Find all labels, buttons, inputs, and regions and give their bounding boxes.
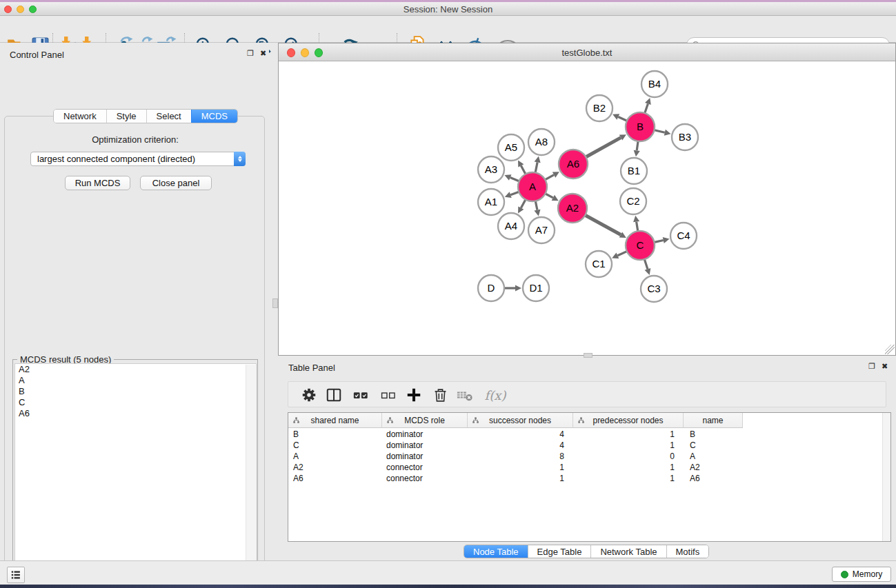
criterion-dropdown[interactable]: largest connected component (directed) <box>30 152 246 166</box>
close-table-panel-icon[interactable]: ✖ <box>882 363 888 370</box>
node-A3[interactable]: A3 <box>478 156 504 183</box>
cell[interactable]: 4 <box>468 440 573 450</box>
memory-button[interactable]: Memory <box>832 567 891 582</box>
node-C2[interactable]: C2 <box>620 188 646 214</box>
node-B2[interactable]: B2 <box>586 95 613 121</box>
table-scrollbar[interactable] <box>882 413 890 541</box>
cell[interactable]: A2 <box>288 463 382 472</box>
result-scrollbar[interactable] <box>246 365 255 588</box>
horizontal-split-handle[interactable] <box>584 353 593 358</box>
node-A5[interactable]: A5 <box>498 134 524 161</box>
run-mcds-button[interactable]: Run MCDS <box>65 176 130 190</box>
result-item-a[interactable]: A <box>15 375 256 386</box>
column-header-successor-nodes[interactable]: successor nodes <box>468 413 573 428</box>
tab-network[interactable]: Network <box>54 110 106 123</box>
node-A7[interactable]: A7 <box>528 217 555 243</box>
cell[interactable]: dominator <box>382 452 468 461</box>
column-visibility-button[interactable] <box>324 385 344 405</box>
edge-A2-C[interactable] <box>584 214 626 238</box>
tab-edge-table[interactable]: Edge Table <box>528 545 591 558</box>
network-canvas[interactable]: AA1A2A3A4A5A6A7A8BB1B2B3B4CC1C2C3C4DD1 <box>279 61 895 355</box>
cell[interactable]: 1 <box>468 474 573 483</box>
cell[interactable]: A6 <box>684 474 743 483</box>
node-A1[interactable]: A1 <box>478 189 504 215</box>
table-row-a6[interactable]: A6connector11A6 <box>288 473 890 484</box>
cell[interactable]: 1 <box>573 429 684 439</box>
node-A4[interactable]: A4 <box>498 213 524 239</box>
table-body: Bdominator41BCdominator41CAdominator80AA… <box>288 429 890 484</box>
cell[interactable]: connector <box>382 463 468 472</box>
tab-network-table[interactable]: Network Table <box>590 545 666 558</box>
table-row-a[interactable]: Adominator80A <box>288 451 890 462</box>
function-builder-button[interactable]: f(x) <box>481 385 509 405</box>
cell[interactable]: dominator <box>382 429 468 439</box>
tab-mcds[interactable]: MCDS <box>191 110 237 123</box>
table-row-c[interactable]: Cdominator41C <box>288 440 890 451</box>
cell[interactable]: A <box>684 452 743 461</box>
node-A6[interactable]: A6 <box>559 150 588 179</box>
cell[interactable]: 1 <box>573 440 684 450</box>
node-A2[interactable]: A2 <box>558 194 587 223</box>
cell[interactable]: B <box>684 429 743 439</box>
cell[interactable]: 1 <box>468 463 573 472</box>
select-all-rows-button[interactable] <box>351 385 370 405</box>
node-B1[interactable]: B1 <box>621 158 647 184</box>
table-row-b[interactable]: Bdominator41B <box>288 429 890 440</box>
float-panel-icon[interactable]: ❐ <box>247 50 254 57</box>
result-item-a6[interactable]: A6 <box>15 408 256 419</box>
node-B4[interactable]: B4 <box>641 71 668 97</box>
close-panel-button[interactable]: Close panel <box>140 176 212 190</box>
cell[interactable]: connector <box>382 474 468 483</box>
cell[interactable]: A6 <box>288 474 382 483</box>
delete-table-button[interactable] <box>455 385 475 405</box>
node-A[interactable]: A <box>518 172 547 201</box>
node-D1[interactable]: D1 <box>523 275 549 301</box>
cell[interactable]: 4 <box>468 429 573 439</box>
node-C[interactable]: C <box>626 231 655 260</box>
column-header-shared-name[interactable]: shared name <box>288 413 382 428</box>
node-C3[interactable]: C3 <box>641 276 667 302</box>
tab-select[interactable]: Select <box>146 110 191 123</box>
cell[interactable]: 0 <box>573 452 684 461</box>
unselect-all-rows-button[interactable] <box>379 385 398 405</box>
node-D[interactable]: D <box>478 275 504 301</box>
node-table[interactable]: shared nameMCDS rolesuccessor nodesprede… <box>288 412 891 542</box>
node-C4[interactable]: C4 <box>670 223 697 249</box>
node-B[interactable]: B <box>626 112 655 141</box>
node-B3[interactable]: B3 <box>672 124 698 150</box>
vertical-split-handle[interactable] <box>272 298 278 308</box>
table-options-button[interactable] <box>299 385 319 405</box>
float-table-panel-icon[interactable]: ❐ <box>868 363 875 370</box>
node-A8[interactable]: A8 <box>528 129 555 155</box>
result-item-c[interactable]: C <box>15 397 256 408</box>
cell[interactable]: A2 <box>684 463 743 472</box>
network-graph: AA1A2A3A4A5A6A7A8BB1B2B3B4CC1C2C3C4DD1 <box>279 61 895 355</box>
cell[interactable]: C <box>684 440 743 450</box>
edge-D-D1[interactable] <box>502 285 521 291</box>
close-panel-icon[interactable]: ✖ <box>260 50 266 57</box>
result-item-b[interactable]: B <box>15 386 256 397</box>
tab-motifs[interactable]: Motifs <box>666 545 709 558</box>
cell[interactable]: B <box>288 429 382 439</box>
cell[interactable]: C <box>288 440 382 450</box>
edge-A6-B[interactable] <box>584 134 626 158</box>
table-row-a2[interactable]: A2connector11A2 <box>288 462 890 473</box>
cell[interactable]: A <box>288 452 382 461</box>
window-resize-grip[interactable] <box>885 345 895 354</box>
task-history-button[interactable] <box>7 567 25 583</box>
create-column-button[interactable] <box>404 385 424 405</box>
cell[interactable]: dominator <box>382 440 468 450</box>
mcds-result-list[interactable]: A2ABCA6 <box>14 363 257 588</box>
column-header-name[interactable]: name <box>684 413 743 428</box>
column-header-predecessor-nodes[interactable]: predecessor nodes <box>573 413 684 428</box>
tab-style[interactable]: Style <box>106 110 146 123</box>
cell[interactable]: 1 <box>573 463 684 472</box>
network-window-titlebar[interactable]: testGlobe.txt <box>279 43 895 61</box>
cell[interactable]: 1 <box>573 474 684 483</box>
result-item-a2[interactable]: A2 <box>15 364 256 375</box>
cell[interactable]: 8 <box>468 452 573 461</box>
delete-column-button[interactable] <box>430 385 450 405</box>
column-header-mcds-role[interactable]: MCDS role <box>382 413 468 428</box>
node-C1[interactable]: C1 <box>586 251 612 277</box>
tab-node-table[interactable]: Node Table <box>464 545 528 558</box>
